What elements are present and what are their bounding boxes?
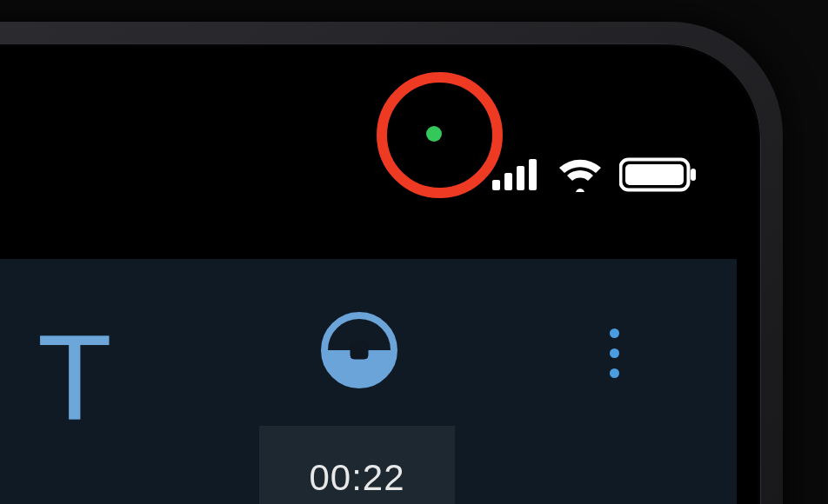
- cellular-signal-icon: [492, 157, 541, 192]
- app-content: T: [0, 259, 737, 504]
- svg-rect-5: [625, 164, 684, 185]
- battery-icon: [619, 156, 698, 193]
- camera-privacy-indicator-icon: [426, 126, 442, 142]
- phone-bezel: T: [0, 43, 761, 504]
- svg-rect-0: [492, 180, 500, 190]
- elapsed-time: 00:22: [259, 457, 455, 499]
- phone-frame: T: [0, 22, 783, 504]
- svg-rect-3: [529, 159, 537, 190]
- display-notch: [35, 68, 487, 153]
- svg-rect-10: [351, 342, 368, 359]
- screen: T: [0, 68, 737, 504]
- wifi-icon: [557, 157, 604, 192]
- dot-icon: [610, 348, 619, 358]
- more-options-button[interactable]: [603, 322, 626, 385]
- status-bar: [492, 156, 698, 193]
- title-glyph: T: [37, 307, 112, 448]
- timer-panel: 00:22: [259, 426, 455, 504]
- svg-rect-2: [517, 166, 524, 190]
- svg-rect-6: [691, 169, 696, 181]
- dot-icon: [610, 328, 619, 338]
- svg-rect-1: [504, 173, 512, 190]
- dot-icon: [610, 368, 619, 378]
- record-control-button[interactable]: [320, 311, 398, 389]
